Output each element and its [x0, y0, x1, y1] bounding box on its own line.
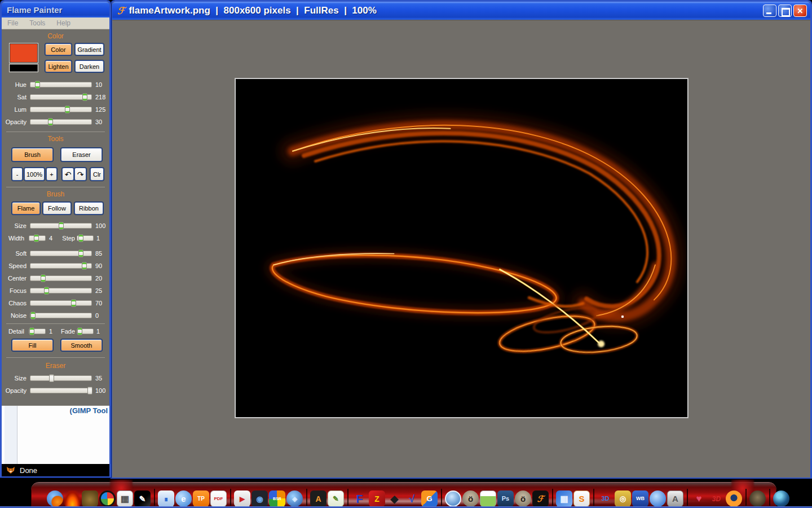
fox-mascot-icon[interactable] — [749, 491, 766, 507]
bsr-recorder-icon[interactable]: BSR — [269, 491, 285, 507]
clock-orb-icon[interactable] — [650, 491, 666, 507]
secondary-color-swatch[interactable] — [10, 64, 38, 72]
menu-tools[interactable]: Tools — [29, 19, 45, 27]
threed-logo-icon[interactable]: 3D — [708, 491, 725, 507]
primary-color-swatch[interactable] — [10, 43, 38, 63]
center-slider-thumb[interactable] — [41, 274, 46, 282]
lum-slider[interactable] — [30, 107, 92, 112]
frog-icon[interactable] — [82, 491, 98, 507]
noise-slider-thumb[interactable] — [30, 312, 36, 319]
opacity-slider-thumb[interactable] — [48, 118, 53, 126]
heart-pen-icon[interactable]: ♥ — [691, 491, 707, 507]
sat-slider[interactable] — [30, 94, 92, 100]
gradient-mode-button[interactable]: Gradient — [75, 43, 104, 55]
zip-z-icon[interactable]: Z — [369, 491, 385, 507]
brush-tool-button[interactable]: Brush — [12, 148, 53, 161]
eraser-tool-button[interactable]: Eraser — [61, 148, 102, 161]
noise-slider[interactable] — [30, 313, 92, 318]
photoshop-icon[interactable]: Ps — [497, 491, 514, 507]
notes-editor-icon[interactable]: ✎ — [328, 491, 344, 507]
usb-device-icon[interactable]: ∎ — [158, 491, 174, 507]
media-player-icon[interactable]: ▶ — [234, 491, 250, 507]
firefox-icon[interactable] — [47, 491, 63, 507]
minimize-button[interactable] — [763, 5, 776, 17]
chaos-slider-thumb[interactable] — [71, 299, 76, 307]
image-window-titlebar[interactable]: ℱ flameArtwork.png | 800x600 pixels | Fu… — [112, 2, 810, 20]
film-reel-icon[interactable]: ◉ — [251, 491, 268, 507]
blue-globe-film-icon[interactable]: ◈ — [286, 491, 303, 507]
fade-slider[interactable] — [77, 329, 94, 334]
gimp-icon[interactable]: ö — [462, 491, 479, 507]
texture-tp-icon[interactable]: TP — [193, 491, 209, 507]
chaos-slider[interactable] — [30, 300, 92, 306]
hue-slider-thumb[interactable] — [35, 81, 40, 89]
zoom-level-button[interactable]: 100% — [24, 168, 45, 181]
fill-button[interactable]: Fill — [12, 339, 53, 351]
eraser-opacity-slider[interactable] — [30, 388, 92, 393]
undo-button[interactable]: ↶ — [62, 168, 74, 181]
follow-brush-button[interactable]: Follow — [43, 202, 71, 214]
pen-tablet-icon[interactable]: ✎ — [134, 491, 151, 507]
opacity-slider[interactable] — [30, 119, 92, 125]
size-slider-thumb[interactable] — [59, 222, 64, 230]
artrage-icon[interactable]: A — [310, 491, 326, 507]
zoom-out-button[interactable]: - — [12, 168, 23, 181]
photo-viewer-icon[interactable] — [480, 491, 496, 507]
flame-painter-app-icon[interactable]: ℱ — [532, 491, 549, 507]
center-slider[interactable] — [30, 275, 92, 281]
maximize-button[interactable] — [778, 5, 792, 17]
clear-button[interactable]: Clr — [90, 168, 104, 181]
color-wheel-icon[interactable] — [99, 491, 116, 507]
step-slider[interactable] — [77, 235, 94, 241]
menu-file[interactable]: File — [7, 19, 18, 27]
paint-canvas[interactable] — [235, 78, 688, 418]
hue-slider[interactable] — [30, 82, 92, 87]
gimp-paint-icon[interactable]: ö — [515, 491, 531, 507]
color-mode-button[interactable]: Color — [45, 43, 72, 55]
darken-button[interactable]: Darken — [75, 60, 104, 72]
eraser-opacity-slider-thumb[interactable] — [87, 387, 92, 395]
tool-window-titlebar[interactable]: Flame Painter — [2, 2, 109, 17]
flame-brush-button[interactable]: Flame — [12, 202, 40, 214]
width-slider-thumb[interactable] — [34, 234, 39, 242]
lighten-button[interactable]: Lighten — [45, 60, 72, 72]
close-button[interactable]: ✕ — [793, 5, 807, 17]
soft-slider-thumb[interactable] — [78, 249, 83, 257]
mosaic-icon[interactable]: ▦ — [556, 491, 572, 507]
step-slider-thumb[interactable] — [78, 234, 83, 242]
inkscape-icon[interactable]: ◆ — [386, 491, 403, 507]
speed-slider-thumb[interactable] — [82, 262, 87, 270]
size-slider[interactable] — [30, 223, 92, 229]
sculptris-icon[interactable]: S — [573, 491, 590, 507]
width-slider[interactable] — [29, 235, 46, 241]
flames-icon[interactable] — [64, 491, 81, 507]
magnifier-orb-icon[interactable] — [445, 491, 461, 507]
menu-help[interactable]: Help — [56, 19, 70, 27]
f-app-icon[interactable]: F — [351, 491, 368, 507]
fade-slider-thumb[interactable] — [77, 327, 82, 335]
speed-slider[interactable] — [30, 263, 92, 269]
ribbon-brush-button[interactable]: Ribbon — [74, 202, 103, 214]
redo-button[interactable]: ↷ — [74, 168, 86, 181]
detail-slider-thumb[interactable] — [29, 327, 34, 335]
silver-a-icon[interactable]: A — [667, 491, 683, 507]
detail-slider[interactable] — [29, 329, 46, 334]
lum-slider-thumb[interactable] — [65, 106, 70, 113]
focus-slider-thumb[interactable] — [44, 287, 49, 295]
browser-swoosh-icon[interactable]: e — [175, 491, 192, 507]
pdf-reader-icon[interactable]: PDF — [210, 491, 227, 507]
soft-slider[interactable] — [30, 251, 92, 256]
smooth-button[interactable]: Smooth — [61, 339, 102, 351]
focus-slider[interactable] — [30, 288, 92, 294]
g-app-icon[interactable]: G — [421, 491, 438, 507]
threed-wand-icon[interactable]: 3D — [597, 491, 614, 507]
box-disc-icon[interactable]: ◎ — [615, 491, 631, 507]
eraser-size-slider-thumb[interactable] — [49, 374, 54, 382]
eraser-size-slider[interactable] — [30, 375, 92, 381]
sat-slider-thumb[interactable] — [82, 93, 87, 101]
compass-orb-icon[interactable] — [773, 491, 789, 507]
zoom-in-button[interactable]: + — [46, 168, 57, 181]
blender-icon[interactable] — [726, 491, 742, 507]
calculator-icon[interactable]: ▦ — [117, 491, 133, 507]
wb-ftp-icon[interactable]: WB — [632, 491, 648, 507]
